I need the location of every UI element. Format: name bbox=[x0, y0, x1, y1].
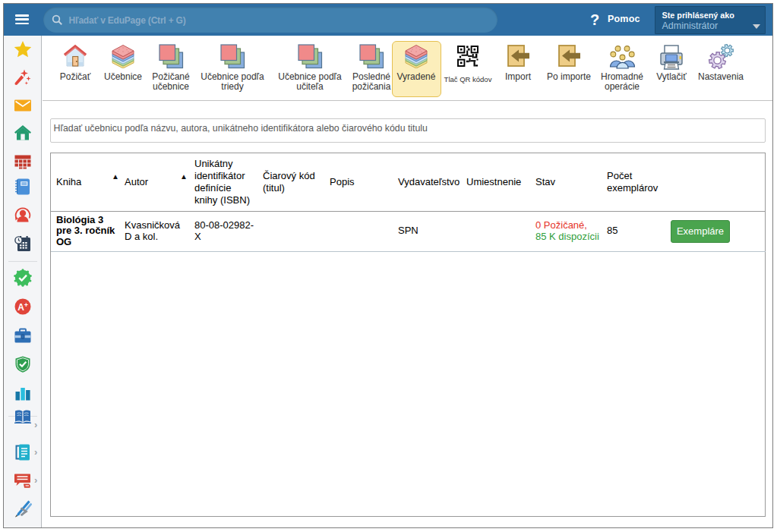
svg-text:+: + bbox=[24, 301, 28, 309]
